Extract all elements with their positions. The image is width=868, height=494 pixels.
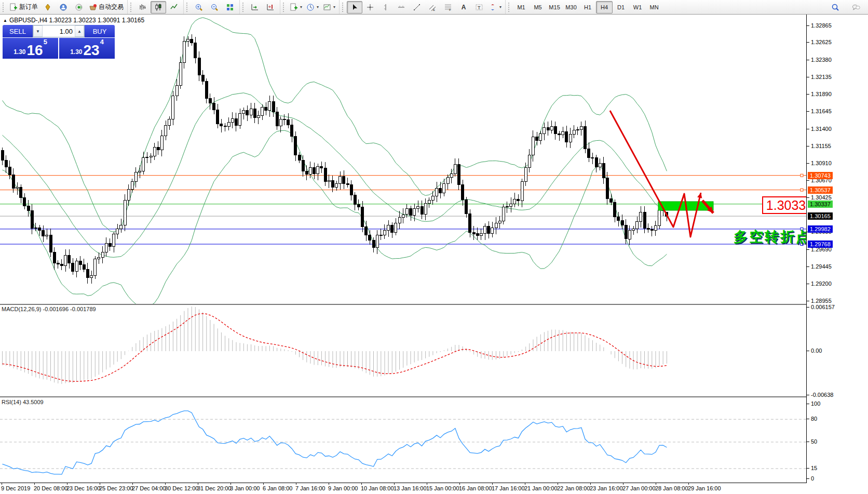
time-tick [525,483,525,485]
price-chart-canvas[interactable] [0,15,806,304]
bar-chart-type-button[interactable] [135,1,151,14]
fibonacci-button[interactable]: F [440,1,456,14]
tf-h4-button[interactable]: H4 [596,1,613,14]
horizontal-line-button[interactable] [394,1,409,14]
toolbar-grip[interactable] [242,3,246,12]
time-tick [198,483,198,485]
time-label: 31 Dec 20:00 [197,485,231,491]
chat-button[interactable] [848,1,864,14]
rsi-pane: RSI(14) 43.5009 [0,398,806,483]
price-tick: 1.32865 [811,22,832,29]
auto-scroll-button[interactable] [247,1,263,14]
volume-decrease-button[interactable]: ▼ [33,25,43,37]
time-label: 9 Jan 00:00 [328,485,358,491]
text-button[interactable]: A [456,1,471,14]
tf-m30-button[interactable]: M30 [563,1,579,14]
price-axis[interactable]: 1.328651.326251.323801.321351.318901.316… [806,15,868,483]
time-label: 27 Jan 00:00 [622,485,656,491]
sell-price[interactable]: 1.30165 [3,38,58,59]
tf-h1-button[interactable]: H1 [579,1,596,14]
chart-shift-button[interactable] [263,1,278,14]
time-label: 28 Jan 08:00 [655,485,688,491]
toolbar-grip[interactable] [186,3,190,12]
price-tick: 1.31400 [811,126,832,132]
auto-trading-button[interactable]: 自动交易 [87,1,126,14]
buy-price[interactable]: 1.30234 [59,38,115,59]
arrows-dropdown-caret[interactable]: ▾ [499,5,501,9]
price-tick: 1.31890 [811,91,832,97]
text-label-icon: T [475,3,483,11]
signals-button[interactable] [71,1,87,14]
auto-scroll-icon [251,3,259,11]
bar-chart-type-icon [139,3,147,11]
time-axis[interactable]: 9 Dec 201920 Dec 08:0023 Dec 16:0025 Dec… [0,483,868,494]
arrows-icon [489,3,497,11]
text-icon: A [462,4,466,11]
time-label: 21 Jan 00:00 [524,485,558,491]
chart-title: ▲ GBPUSD-,H4 1.30223 1.30223 1.30091 1.3… [3,17,144,24]
tf-mn-button[interactable]: MN [646,1,662,14]
time-label: 9 Dec 2019 [1,485,30,491]
toolbar-grip[interactable] [342,3,346,12]
price-level-chip: 1.29982 [808,225,833,233]
rsi-axis-label: 0 [811,475,814,482]
indicators-dropdown-caret[interactable]: ▾ [300,5,302,9]
chat-icon [852,3,860,11]
line-chart-type-button[interactable] [166,1,182,14]
turning-point-annotation[interactable]: 多空转折点 [734,228,811,246]
toolbar-grip[interactable] [130,3,134,12]
periods-dropdown-caret[interactable]: ▾ [317,5,319,9]
candle-chart-type-button[interactable] [151,1,166,14]
tf-d1-button[interactable]: D1 [613,1,629,14]
toolbar-grip[interactable] [283,3,287,12]
new-order-icon [9,3,18,11]
market-watch-button[interactable] [56,1,71,14]
tf-m30-label: M30 [565,4,576,10]
time-label: 25 Dec 23:00 [99,485,133,491]
trendline-button[interactable] [409,1,425,14]
price-tick: 1.31155 [811,143,831,149]
indicators-button[interactable]: ▾ [288,1,304,14]
zoom-in-button[interactable] [191,1,207,14]
volume-input[interactable] [43,25,75,37]
collapse-panel-icon[interactable]: ▲ [3,18,7,23]
toolbar-group-6: M1M5M15M30H1H4D1W1MN [505,0,664,14]
tile-windows-button[interactable] [222,1,238,14]
toolbar-group-3 [239,0,280,14]
charts-window-button[interactable] [40,1,56,14]
templates-dropdown-caret[interactable]: ▾ [333,5,335,9]
toolbar: 新订单自动交易▾▾▾EFAT▾M1M5M15M30H1H4D1W1MN [0,0,868,15]
cursor-button[interactable] [347,1,362,14]
volume-increase-button[interactable]: ▲ [75,25,84,37]
rsi-canvas[interactable] [0,398,806,483]
equidistant-channel-button[interactable]: E [425,1,440,14]
templates-button[interactable]: ▾ [321,1,337,14]
search-button[interactable] [828,1,843,14]
price-level-chip: 1.30165 [808,212,833,220]
macd-pane: MACD(12,26,9) -0.001696 -0.001789 [0,305,806,396]
crosshair-button[interactable] [362,1,378,14]
toolbar-grip[interactable] [508,3,512,12]
sell-button[interactable]: SELL [3,25,33,37]
text-label-button[interactable]: T [471,1,487,14]
tf-m1-button[interactable]: M1 [513,1,530,14]
time-tick [459,483,460,485]
time-label: 22 Jan 08:00 [557,485,590,491]
arrows-button[interactable]: ▾ [487,1,504,14]
periods-button[interactable]: ▾ [304,1,321,14]
time-label: 15 Jan 00:00 [426,485,459,491]
tf-m15-button[interactable]: M15 [546,1,563,14]
tf-m5-button[interactable]: M5 [530,1,546,14]
vertical-line-button[interactable] [378,1,394,14]
pane-separator[interactable] [0,396,868,397]
price-tick: 1.30425 [811,194,832,201]
zoom-out-button[interactable] [207,1,222,14]
macd-canvas[interactable] [0,305,806,396]
toolbar-group-2 [183,0,239,14]
toolbar-grip[interactable] [3,3,6,12]
price-tick: 1.31645 [811,108,832,114]
new-order-button[interactable]: 新订单 [7,1,40,14]
buy-button[interactable]: BUY [85,25,115,37]
tf-w1-button[interactable]: W1 [629,1,646,14]
indicators-icon [290,3,298,11]
